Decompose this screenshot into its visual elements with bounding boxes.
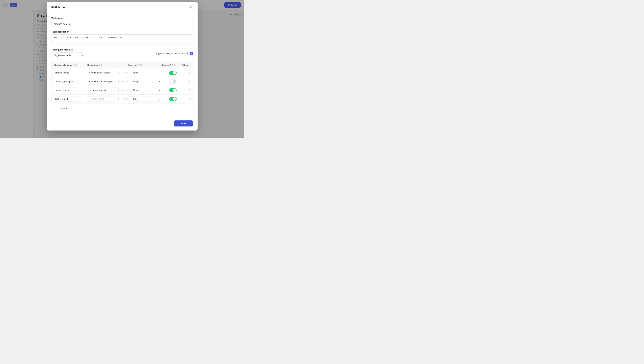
col-storage-field-name: Storage field name * i — [52, 62, 85, 68]
col-description: Description i — [85, 62, 126, 68]
field-desc-cell-3: 18/300 — [85, 86, 129, 94]
edit-table-modal: Edit table ✕ Table name * Table descript… — [46, 2, 198, 130]
query-mode-select-wrapper: Single-user mode Multi-user mode ▾ — [51, 52, 85, 58]
table-name-group: Table name * — [51, 17, 193, 27]
table-header-row: Storage field name * i Description i Dat… — [52, 62, 193, 68]
field-desc-input-3[interactable] — [87, 88, 118, 93]
fields-table: Storage field name * i Description i Dat… — [51, 62, 193, 103]
table-row: 0/300 String Number Boolean Time ▾ — [52, 94, 193, 103]
query-mode-row: Table query mode i Single-user mode Mult… — [51, 48, 193, 58]
supports-prompt-label: Supports calling in the Prompt — [156, 52, 185, 55]
table-desc-group: Table description for recording and retr… — [51, 30, 193, 45]
data-type-info-icon[interactable]: i — [140, 64, 142, 66]
field-type-select-1[interactable]: String Number Boolean Time — [131, 70, 161, 75]
char-count-1: 23/300 — [119, 72, 128, 74]
field-name-input-1[interactable] — [53, 70, 83, 75]
field-type-cell-3: String Number Boolean Time ▾ — [129, 86, 163, 94]
field-desc-cell-4: 0/300 — [85, 94, 129, 103]
table-row: 38/300 String Number Boolean Time ▾ — [52, 77, 193, 86]
modal-footer: Save — [46, 118, 198, 130]
col-required: Required? i — [159, 62, 179, 68]
delete-row-4-button[interactable]: 🗑 — [185, 98, 193, 100]
supports-prompt-row: Supports calling in the Prompt i — [156, 52, 193, 55]
field-desc-cell-2: 38/300 — [85, 77, 129, 86]
required-toggle-2[interactable] — [169, 80, 176, 84]
modal-title: Edit table — [51, 6, 65, 9]
table-row: 23/300 String Number Boolean Time ▾ — [52, 68, 193, 77]
query-mode-info-icon[interactable]: i — [71, 48, 73, 51]
field-name-cell-3 — [52, 86, 85, 94]
query-mode-left: Table query mode i Single-user mode Mult… — [51, 48, 85, 58]
required-toggle-3[interactable] — [169, 88, 176, 92]
supports-prompt-info-icon[interactable]: i — [186, 52, 188, 55]
field-actions-cell-1: 🗑 — [183, 70, 193, 76]
toggle-knob-1 — [173, 71, 176, 74]
field-required-cell-4 — [163, 95, 183, 103]
table-desc-label: Table description — [51, 30, 193, 33]
save-button[interactable]: Save — [174, 120, 193, 126]
storage-field-info-icon[interactable]: i — [74, 64, 77, 66]
required-info-icon[interactable]: i — [172, 64, 175, 66]
char-count-2: 38/300 — [119, 80, 128, 82]
query-mode-select[interactable]: Single-user mode Multi-user mode — [51, 52, 85, 58]
field-name-cell-4 — [52, 94, 85, 103]
field-type-cell-2: String Number Boolean Time ▾ — [129, 77, 163, 86]
field-type-select-4[interactable]: String Number Boolean Time — [131, 96, 161, 102]
char-count-4: 0/300 — [119, 98, 128, 100]
field-name-cell-1 — [52, 68, 85, 77]
modal-close-button[interactable]: ✕ — [188, 5, 193, 10]
field-actions-cell-2: 🗑 — [183, 78, 193, 85]
modal-header: Edit table ✕ — [46, 2, 198, 13]
field-type-cell-4: String Number Boolean Time ▾ — [129, 94, 163, 103]
field-type-select-3[interactable]: String Number Boolean Time — [131, 88, 161, 93]
add-icon: + — [60, 107, 61, 110]
field-desc-input-1[interactable] — [87, 70, 118, 75]
toggle-knob-3 — [173, 88, 176, 92]
modal-overlay: Edit table ✕ Table name * Table descript… — [0, 0, 244, 138]
field-desc-cell-1: 23/300 — [85, 68, 129, 77]
field-required-cell-1 — [163, 69, 183, 76]
field-desc-input-4[interactable] — [87, 96, 118, 102]
required-toggle-4[interactable] — [169, 97, 176, 101]
toggle-knob-4 — [173, 97, 176, 101]
field-type-cell-1: String Number Boolean Time ▾ — [129, 68, 163, 77]
table-row: 18/300 String Number Boolean Time ▾ — [52, 86, 193, 94]
field-desc-input-2[interactable] — [87, 79, 118, 84]
field-actions-cell-3: 🗑 — [183, 87, 193, 94]
table-name-input[interactable] — [51, 21, 193, 27]
col-data-type: Data type * i — [126, 62, 159, 68]
required-toggle-1[interactable] — [169, 71, 176, 75]
field-required-cell-2 — [163, 78, 183, 85]
required-star: * — [64, 17, 65, 20]
delete-row-3-button[interactable]: 🗑 — [185, 89, 193, 92]
supports-prompt-checkbox[interactable] — [190, 52, 193, 55]
delete-row-2-button[interactable]: 🗑 — [185, 80, 193, 83]
field-actions-cell-4: 🗑 — [183, 96, 193, 102]
field-name-cell-2 — [52, 77, 85, 86]
field-required-cell-3 — [163, 86, 183, 94]
query-mode-label: Table query mode i — [51, 48, 85, 51]
table-name-label: Table name * — [51, 17, 193, 20]
add-field-button[interactable]: + + Add — [56, 106, 86, 112]
toggle-knob-2 — [170, 80, 173, 83]
field-name-input-4[interactable] — [53, 96, 83, 102]
add-row-section: + + Add — [51, 103, 193, 114]
field-name-input-3[interactable] — [53, 88, 83, 93]
table-desc-input[interactable]: for recording and retrieving product inf… — [51, 34, 193, 44]
field-name-input-2[interactable] — [53, 79, 83, 84]
field-type-select-2[interactable]: String Number Boolean Time — [131, 79, 161, 84]
char-count-3: 18/300 — [119, 89, 128, 91]
col-actions: Actions — [179, 62, 193, 68]
modal-body: Table name * Table description for recor… — [46, 13, 198, 118]
desc-info-icon[interactable]: i — [99, 64, 102, 66]
delete-row-1-button[interactable]: 🗑 — [185, 71, 193, 74]
